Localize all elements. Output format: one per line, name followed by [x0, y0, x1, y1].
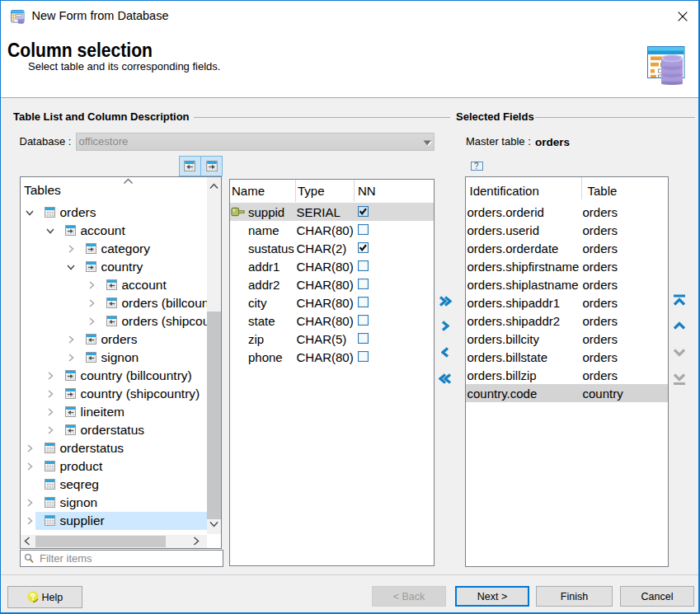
svg-text:?: ?: [30, 592, 35, 602]
